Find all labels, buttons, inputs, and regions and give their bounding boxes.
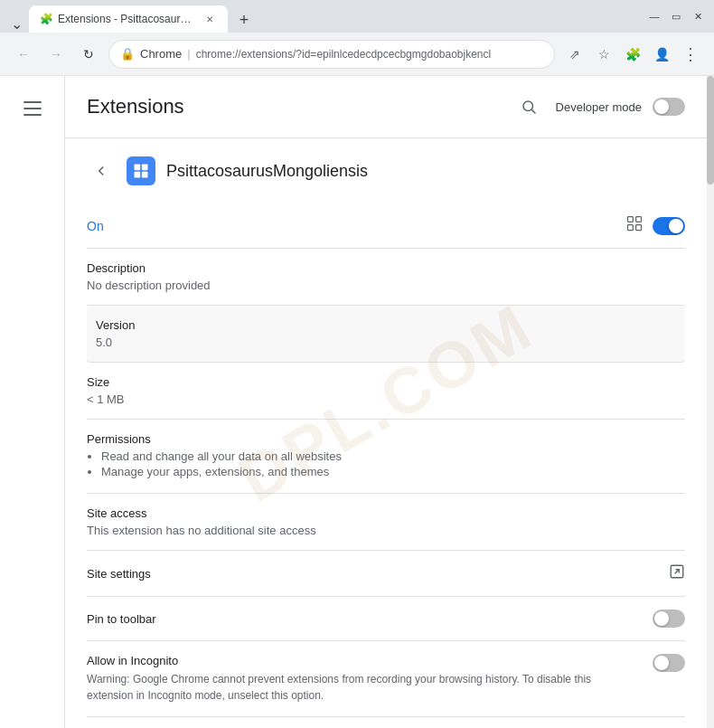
minimize-button[interactable]: ― bbox=[645, 7, 663, 25]
scrollbar-thumb[interactable] bbox=[707, 76, 714, 184]
detail-panel: PsittacosaurusMongoliensis On bbox=[65, 138, 707, 728]
svg-rect-7 bbox=[135, 172, 141, 178]
extensions-page: Extensions Developer mode bbox=[0, 76, 714, 728]
size-section: Size < 1 MB bbox=[87, 363, 685, 420]
back-row: PsittacosaurusMongoliensis bbox=[87, 156, 685, 185]
permissions-label: Permissions bbox=[87, 432, 685, 446]
status-on-label: On bbox=[87, 219, 104, 233]
version-value: 5.0 bbox=[96, 336, 676, 349]
incognito-text: Allow in Incognito Warning: Google Chrom… bbox=[87, 654, 593, 704]
tab-bar: ⌄ 🧩 Extensions - PsittacosaurusMon... ✕ … bbox=[7, 0, 257, 33]
toggle-thumb bbox=[654, 99, 669, 114]
site-settings-link[interactable] bbox=[669, 563, 685, 583]
browser-window: ⌄ 🧩 Extensions - PsittacosaurusMon... ✕ … bbox=[0, 0, 714, 728]
incognito-header: Allow in Incognito Warning: Google Chrom… bbox=[87, 654, 685, 704]
forward-button[interactable]: → bbox=[43, 42, 69, 67]
svg-rect-2 bbox=[23, 114, 42, 116]
svg-rect-12 bbox=[636, 225, 642, 231]
incognito-title: Allow in Incognito bbox=[87, 654, 593, 667]
svg-rect-0 bbox=[23, 101, 42, 103]
search-button[interactable] bbox=[512, 90, 545, 123]
svg-rect-6 bbox=[142, 165, 148, 171]
description-section: Description No description provided bbox=[87, 249, 685, 306]
tab-title: Extensions - PsittacosaurusMon... bbox=[58, 13, 197, 25]
sidebar bbox=[0, 76, 65, 728]
url-bar[interactable]: 🔒 Chrome | chrome://extensions/?id=epiln… bbox=[108, 40, 555, 69]
scrollbar[interactable] bbox=[707, 76, 714, 728]
tab-chevron[interactable]: ⌄ bbox=[7, 14, 25, 33]
reload-button[interactable]: ↻ bbox=[76, 42, 101, 67]
toggle-thumb bbox=[654, 611, 669, 626]
extension-enable-toggle[interactable] bbox=[653, 217, 685, 235]
site-access-value: This extension has no additional site ac… bbox=[87, 524, 685, 537]
menu-icon[interactable]: ⋮ bbox=[678, 42, 703, 67]
permission-item-1: Read and change all your data on all web… bbox=[101, 449, 685, 463]
status-row: On bbox=[87, 203, 685, 249]
title-bar: ⌄ 🧩 Extensions - PsittacosaurusMon... ✕ … bbox=[0, 0, 714, 33]
share-icon[interactable]: ⇗ bbox=[562, 42, 587, 67]
extension-icon bbox=[127, 156, 155, 185]
developer-mode-label: Developer mode bbox=[556, 100, 642, 114]
size-value: < 1 MB bbox=[87, 392, 685, 406]
address-bar: ← → ↻ 🔒 Chrome | chrome://extensions/?id… bbox=[0, 33, 714, 76]
window-controls: ― ▭ ✕ bbox=[645, 7, 707, 25]
main-content: Extensions Developer mode bbox=[65, 76, 707, 728]
site-settings-row: Site settings bbox=[87, 551, 685, 597]
extensions-icon[interactable]: 🧩 bbox=[620, 42, 645, 67]
description-value: No description provided bbox=[87, 279, 685, 292]
size-label: Size bbox=[87, 375, 685, 389]
header-right: Developer mode bbox=[512, 90, 685, 123]
url-path: chrome://extensions/?id=epilnlcedecdpcec… bbox=[196, 48, 543, 61]
toolbar-icons: ⇗ ☆ 🧩 👤 ⋮ bbox=[562, 42, 703, 67]
url-site-label: Chrome bbox=[140, 47, 182, 61]
site-settings-label: Site settings bbox=[87, 567, 151, 581]
pin-to-toolbar-label: Pin to toolbar bbox=[87, 612, 156, 626]
incognito-toggle[interactable] bbox=[653, 654, 685, 672]
permissions-value: Read and change all your data on all web… bbox=[87, 449, 685, 478]
svg-point-3 bbox=[523, 101, 533, 111]
version-section: Version 5.0 bbox=[87, 306, 685, 363]
extension-name: PsittacosaurusMongoliensis bbox=[166, 162, 368, 181]
version-label: Version bbox=[96, 318, 676, 332]
description-label: Description bbox=[87, 261, 685, 275]
site-access-section: Site access This extension has no additi… bbox=[87, 494, 685, 551]
url-separator: | bbox=[187, 47, 190, 61]
svg-rect-1 bbox=[23, 108, 42, 109]
permissions-section: Permissions Read and change all your dat… bbox=[87, 420, 685, 494]
svg-rect-10 bbox=[636, 217, 642, 222]
site-access-label: Site access bbox=[87, 506, 685, 520]
svg-line-4 bbox=[531, 109, 535, 113]
grid-icon[interactable] bbox=[625, 214, 644, 237]
incognito-warning: Warning: Google Chrome cannot prevent ex… bbox=[87, 671, 593, 704]
maximize-button[interactable]: ▭ bbox=[667, 7, 685, 25]
svg-rect-9 bbox=[628, 217, 634, 222]
extensions-header: Extensions Developer mode bbox=[65, 76, 707, 138]
tab-close-button[interactable]: ✕ bbox=[202, 12, 217, 26]
tab-favicon: 🧩 bbox=[40, 13, 52, 25]
permission-item-2: Manage your apps, extensions, and themes bbox=[101, 465, 685, 478]
close-button[interactable]: ✕ bbox=[689, 7, 707, 25]
new-tab-button[interactable]: + bbox=[231, 7, 257, 33]
secure-icon: 🔒 bbox=[120, 47, 135, 61]
active-tab[interactable]: 🧩 Extensions - PsittacosaurusMon... ✕ bbox=[29, 5, 228, 33]
profile-icon[interactable]: 👤 bbox=[649, 42, 674, 67]
toggle-thumb bbox=[654, 656, 669, 670]
developer-mode-toggle[interactable] bbox=[653, 98, 685, 116]
sidebar-menu-icon[interactable] bbox=[14, 90, 51, 127]
back-button[interactable]: ← bbox=[11, 42, 36, 67]
pin-to-toolbar-row: Pin to toolbar bbox=[87, 597, 685, 641]
back-button[interactable] bbox=[87, 156, 116, 185]
bookmark-icon[interactable]: ☆ bbox=[591, 42, 616, 67]
svg-rect-8 bbox=[142, 172, 148, 178]
pin-toolbar-toggle[interactable] bbox=[653, 610, 685, 628]
toggle-thumb bbox=[669, 219, 683, 233]
svg-rect-11 bbox=[628, 225, 634, 231]
status-icons bbox=[625, 214, 685, 237]
incognito-section: Allow in Incognito Warning: Google Chrom… bbox=[87, 641, 685, 717]
extensions-title: Extensions bbox=[87, 95, 184, 118]
source-section: Source Not from Chrome Web Store. bbox=[87, 717, 685, 728]
svg-rect-5 bbox=[135, 165, 141, 171]
